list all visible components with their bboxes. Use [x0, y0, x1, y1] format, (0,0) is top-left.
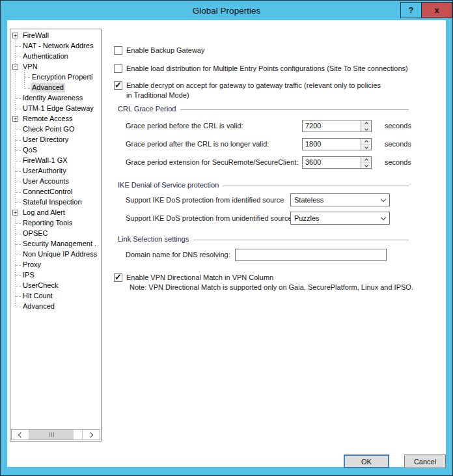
tree-item-label: UserAuthority	[21, 166, 68, 176]
grip-icon	[51, 432, 52, 437]
crl-before-unit: seconds	[385, 120, 411, 132]
tree-item-stateful-inspection[interactable]: Stateful Inspection	[10, 197, 101, 208]
tree-connector	[15, 171, 21, 172]
scroll-right-button[interactable]	[82, 430, 100, 440]
tree-item-opsec[interactable]: OPSEC	[10, 229, 101, 239]
chevron-up-icon	[364, 158, 368, 162]
ike-identified-dropdown[interactable]: Stateless	[290, 193, 390, 206]
dialog-body: +FireWallNAT - Network AddresAuthenticat…	[7, 20, 446, 467]
tree-item-advanced[interactable]: Advanced	[10, 301, 101, 312]
expand-icon[interactable]: +	[12, 210, 18, 216]
crl-after-spinner: 1800	[302, 138, 372, 150]
tree-item-label: UserCheck	[21, 281, 59, 290]
tree-item-label: Stateful Inspection	[21, 197, 83, 207]
tree-item-qos[interactable]: QoS	[10, 145, 101, 156]
link-selection-title: Link Selection settings	[118, 235, 189, 243]
tree-item-label: FireWall-1 GX	[21, 156, 69, 165]
crl-extension-unit: seconds	[385, 156, 411, 169]
ike-unidentified-value: Puzzles	[294, 214, 381, 222]
crl-before-label: Grace period before the CRL is valid:	[126, 120, 243, 132]
spin-down-button[interactable]	[361, 145, 371, 150]
tree-item-firewall-1-gx[interactable]: FireWall-1 GX	[10, 156, 101, 166]
tree-connector	[15, 255, 21, 255]
tree-item-check-point-go[interactable]: Check Point GO	[10, 124, 101, 135]
tree-connector	[15, 296, 21, 297]
dns-resolving-input[interactable]	[235, 249, 387, 261]
enable-decrypt-line2: in Traditional Mode)	[126, 91, 381, 100]
tree-item-nat-network-addres[interactable]: NAT - Network Addres	[10, 41, 101, 51]
spin-up-button[interactable]	[361, 120, 371, 126]
tree-item-userauthority[interactable]: UserAuthority	[10, 166, 101, 176]
enable-decrypt-on-accept-row: Enable decrypt on accept for gateway to …	[114, 81, 381, 100]
tree-item-hit-count[interactable]: Hit Count	[10, 291, 101, 301]
tree-connector	[15, 140, 21, 141]
crl-before-spinner: 7200	[302, 120, 372, 132]
scroll-thumb[interactable]	[29, 430, 74, 440]
close-button[interactable]: x	[421, 2, 452, 18]
dns-resolving-label: Domain name for DNS resolving:	[126, 249, 230, 261]
tree-item-ips[interactable]: IPS	[10, 270, 101, 281]
tree-connector	[15, 161, 21, 161]
tree-item-reporting-tools[interactable]: Reporting Tools	[10, 218, 101, 229]
enable-decrypt-line1: Enable decrypt on accept for gateway to …	[126, 81, 381, 90]
ike-identified-label: Support IKE DoS protection from identifi…	[126, 193, 284, 206]
vpn-directional-match-checkbox[interactable]	[114, 273, 122, 282]
crl-grace-period-header: CRL Grace Period	[118, 105, 409, 113]
tree-item-usercheck[interactable]: UserCheck	[10, 281, 101, 291]
tree-vertical-line	[15, 36, 16, 307]
crl-after-input[interactable]: 1800	[303, 139, 361, 150]
tree-panel: +FireWallNAT - Network AddresAuthenticat…	[10, 29, 102, 441]
enable-decrypt-on-accept-label: Enable decrypt on accept for gateway to …	[126, 81, 381, 100]
tree-item-user-directory[interactable]: User Directory	[10, 135, 101, 145]
tree-vertical-line-vpn	[24, 70, 25, 89]
tree-item-label: Encryption Properti	[31, 72, 94, 82]
tree-horizontal-scrollbar[interactable]	[11, 429, 100, 440]
tree-item-firewall[interactable]: +FireWall	[10, 31, 101, 41]
spin-up-button[interactable]	[361, 157, 371, 163]
tree-connector	[15, 203, 21, 203]
ike-dos-header: IKE Denial of Service protection	[118, 181, 409, 189]
tree-item-label: User Accounts	[21, 176, 70, 186]
collapse-icon[interactable]: -	[12, 64, 18, 70]
ok-button[interactable]: OK	[344, 455, 389, 468]
tree-item-log-and-alert[interactable]: +Log and Alert	[10, 208, 101, 218]
expand-icon[interactable]: +	[12, 33, 18, 38]
scroll-left-button[interactable]	[12, 430, 29, 440]
chevron-up-icon	[364, 140, 368, 144]
crl-before-input[interactable]: 7200	[303, 120, 361, 132]
tree-item-remote-access[interactable]: +Remote Access	[10, 114, 101, 124]
enable-load-distribution-row: Enable load distribution for Multiple En…	[114, 64, 408, 73]
close-icon: x	[434, 5, 439, 15]
tree-item-utm-1-edge-gateway[interactable]: UTM-1 Edge Gateway	[10, 104, 101, 114]
tree-item-authentication[interactable]: Authentication	[10, 51, 101, 62]
crl-after-label: Grace period after the CRL is no longer …	[126, 138, 269, 150]
tree-item-non-unique-ip-address[interactable]: Non Unique IP Address	[10, 249, 101, 260]
spin-down-button[interactable]	[361, 126, 371, 132]
crl-extension-label: Grace period extension for SecuRemote/Se…	[126, 156, 298, 169]
grip-icon	[49, 432, 50, 437]
tree-item-connectcontrol[interactable]: ConnectControl	[10, 187, 101, 197]
ike-unidentified-dropdown[interactable]: Puzzles	[290, 212, 390, 225]
expand-icon[interactable]: +	[12, 116, 18, 122]
tree-item-user-accounts[interactable]: User Accounts	[10, 176, 101, 187]
crl-extension-spinner: 3600	[302, 156, 372, 169]
cancel-button[interactable]: Cancel	[404, 455, 446, 468]
crl-extension-input[interactable]: 3600	[303, 157, 361, 168]
enable-backup-gateway-checkbox[interactable]	[114, 46, 122, 55]
enable-decrypt-on-accept-checkbox[interactable]	[114, 81, 122, 90]
vpn-directional-match-label: Enable VPN Directional Match in VPN Colu…	[126, 273, 413, 282]
tree-item-security-management[interactable]: Security Management .	[10, 239, 101, 249]
spin-up-button[interactable]	[361, 139, 371, 145]
tree-item-identity-awareness[interactable]: Identity Awareness	[10, 93, 101, 104]
tree-item-proxy[interactable]: Proxy	[10, 260, 101, 270]
tree-item-label: FireWall	[21, 31, 50, 40]
ike-identified-value: Stateless	[294, 196, 381, 204]
help-button[interactable]: ?	[400, 2, 422, 18]
tree-connector	[15, 98, 21, 99]
spin-down-button[interactable]	[361, 163, 371, 168]
enable-load-distribution-checkbox[interactable]	[114, 64, 122, 73]
crl-after-spin-buttons	[361, 139, 371, 150]
tree-item-label: Remote Access	[21, 114, 74, 124]
ike-dos-title: IKE Denial of Service protection	[118, 181, 219, 189]
tree-item-label: Log and Alert	[21, 208, 66, 217]
